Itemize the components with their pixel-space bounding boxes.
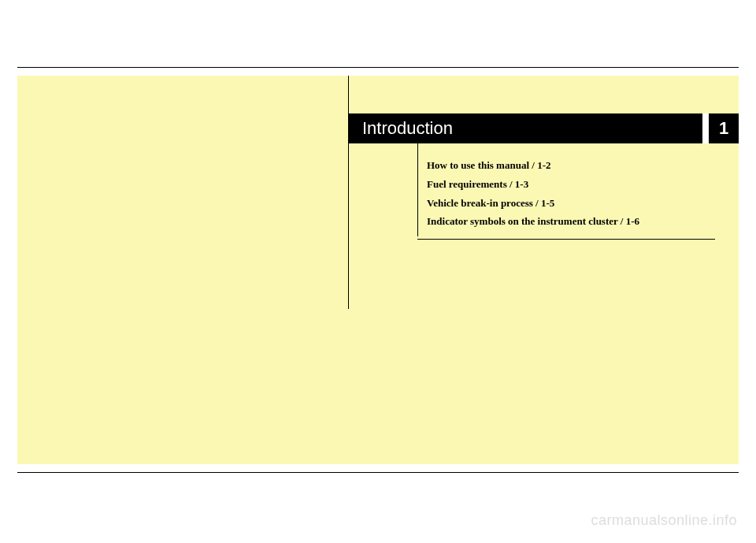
chapter-gap: [702, 113, 709, 143]
vertical-divider: [348, 76, 349, 309]
chapter-title: Introduction: [348, 118, 453, 139]
chapter-number: 1: [719, 118, 728, 139]
toc-item: Vehicle break-in process / 1-5: [417, 195, 715, 214]
chapter-header: Introduction: [348, 113, 739, 143]
toc-item: Fuel requirements / 1-3: [417, 177, 715, 195]
chapter-number-box: 1: [709, 113, 739, 143]
watermark-text: carmanualsonline.info: [591, 512, 737, 529]
toc-item: How to use this manual / 1-2: [417, 158, 715, 177]
content-background: Introduction 1 How to use this manual / …: [17, 76, 739, 464]
toc-item: Indicator symbols on the instrument clus…: [417, 214, 715, 232]
page-frame: Introduction 1 How to use this manual / …: [17, 67, 739, 473]
table-of-contents: How to use this manual / 1-2 Fuel requir…: [417, 151, 715, 240]
